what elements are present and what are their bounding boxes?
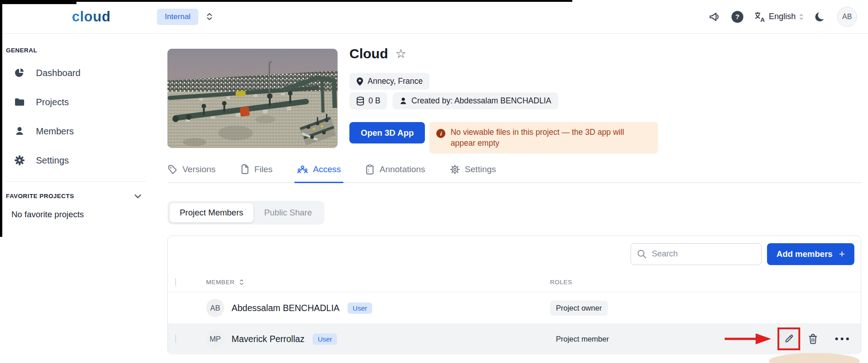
- sidebar-item-projects[interactable]: Projects: [0, 87, 152, 117]
- add-members-button[interactable]: Add members +: [767, 243, 854, 265]
- table-row-maverick[interactable]: MP Maverick Perrollaz User Project membe…: [168, 323, 861, 354]
- app-window: cloud Internal ? A English: [0, 0, 868, 363]
- sidebar-item-label: Projects: [36, 97, 69, 107]
- avatar: AB: [206, 299, 224, 317]
- warning-text: No viewable files in this project — the …: [450, 127, 650, 148]
- project-thumbnail: [167, 49, 338, 148]
- tag-icon: [167, 164, 177, 174]
- chevron-down-icon: [134, 194, 141, 199]
- plus-icon: +: [839, 249, 845, 259]
- sidebar-section-favorites[interactable]: FAVORITE PROJECTS: [6, 193, 141, 199]
- floating-widget-peek[interactable]: [769, 353, 860, 363]
- member-name: Maverick Perrollaz: [232, 334, 304, 344]
- sidebar-item-members[interactable]: Members: [0, 117, 152, 146]
- people-icon: [297, 164, 308, 174]
- favorites-empty-text: No favorite projects: [11, 210, 152, 220]
- tab-label: Settings: [465, 164, 496, 174]
- members-toolbar: Add members +: [168, 236, 861, 272]
- role-badge: Project owner: [550, 301, 608, 316]
- search-box: [631, 243, 762, 265]
- help-icon[interactable]: ?: [732, 11, 743, 23]
- folder-icon: [14, 97, 25, 107]
- sidebar-section-general: GENERAL: [6, 47, 146, 54]
- sort-icon[interactable]: [239, 279, 244, 285]
- location-chip: Annecy, France: [349, 73, 429, 90]
- dark-mode-icon[interactable]: [814, 11, 826, 23]
- sidebar-divider: [6, 181, 146, 182]
- info-icon: i: [436, 129, 445, 138]
- database-icon: [356, 97, 364, 106]
- add-members-label: Add members: [777, 249, 833, 259]
- person-icon: [399, 97, 407, 105]
- created-by-chip: Created by: Abdessalam BENCHADLIA: [393, 92, 558, 109]
- more-options-button[interactable]: [835, 337, 849, 340]
- subtab-project-members[interactable]: Project Members: [169, 203, 254, 223]
- no-files-warning: i No viewable files in this project — th…: [429, 122, 658, 153]
- file-icon: [240, 164, 249, 174]
- gear-icon: [14, 155, 25, 166]
- tab-files[interactable]: Files: [240, 164, 273, 174]
- annotation-arrow-icon: [724, 332, 772, 345]
- storage-label: 0 B: [368, 96, 380, 106]
- pencil-icon: [784, 334, 794, 344]
- tab-access[interactable]: Access: [297, 164, 341, 174]
- workspace-badge[interactable]: Internal: [157, 9, 198, 25]
- member-name: Abdessalam BENCHADLIA: [232, 303, 339, 313]
- tab-settings[interactable]: Settings: [450, 164, 496, 174]
- members-card: Add members + MEMBER ROLES: [167, 235, 861, 354]
- tab-annotations[interactable]: Annotations: [365, 164, 425, 174]
- tab-versions[interactable]: Versions: [167, 164, 216, 174]
- announcements-icon[interactable]: [709, 11, 721, 22]
- top-bar: cloud Internal ? A English: [0, 0, 868, 34]
- open-3d-app-button[interactable]: Open 3D App: [349, 122, 425, 143]
- sidebar-item-dashboard[interactable]: Dashboard: [0, 58, 152, 87]
- project-tabs: Versions Files Access: [167, 164, 861, 183]
- main-content: Cloud ☆ Annecy, France 0 B Created by: A…: [152, 33, 868, 363]
- member-type-badge: User: [313, 333, 337, 345]
- sidebar-item-label: Members: [36, 126, 74, 137]
- pie-chart-icon: [14, 67, 25, 78]
- access-subtabs: Project Members Public Share: [167, 201, 324, 225]
- project-title: Cloud: [349, 46, 388, 61]
- window-edge-corner: [0, 0, 76, 4]
- language-selector[interactable]: A English: [754, 11, 803, 22]
- sidebar: GENERAL Dashboard Projects Members: [0, 33, 153, 363]
- storage-chip: 0 B: [349, 92, 387, 109]
- search-icon: [637, 249, 647, 259]
- members-table-header: MEMBER ROLES: [168, 272, 861, 292]
- column-roles: ROLES: [550, 279, 854, 286]
- tab-label: Versions: [182, 164, 216, 174]
- row-checkbox[interactable]: [175, 334, 176, 343]
- edit-member-button[interactable]: [777, 327, 800, 350]
- trash-icon: [808, 333, 818, 344]
- workspace-selector-icon[interactable]: [207, 13, 212, 20]
- member-type-badge: User: [348, 302, 372, 314]
- tab-label: Annotations: [379, 164, 425, 174]
- translate-icon: A: [754, 11, 765, 22]
- tab-label: Access: [313, 164, 341, 174]
- clipboard-icon: [365, 164, 374, 174]
- header-actions: ? A English AB: [709, 7, 857, 27]
- user-avatar[interactable]: AB: [837, 7, 857, 27]
- app-logo[interactable]: cloud: [72, 9, 111, 25]
- delete-member-button[interactable]: [808, 333, 818, 344]
- person-icon: [14, 126, 25, 137]
- language-label: English: [769, 12, 796, 21]
- window-edge-top: [0, 0, 572, 2]
- sidebar-item-settings[interactable]: Settings: [0, 146, 152, 175]
- created-by-label: Created by: Abdessalam BENCHADLIA: [411, 96, 551, 106]
- gear-icon: [450, 164, 460, 174]
- svg-text:A: A: [760, 16, 765, 22]
- sidebar-item-label: Settings: [36, 155, 69, 166]
- subtab-public-share[interactable]: Public Share: [254, 203, 323, 223]
- location-label: Annecy, France: [368, 77, 423, 86]
- sidebar-item-label: Dashboard: [36, 68, 81, 78]
- table-row-abdessalam[interactable]: AB Abdessalam BENCHADLIA User Project ow…: [168, 292, 861, 323]
- search-input[interactable]: [631, 243, 762, 265]
- favorite-star-icon[interactable]: ☆: [395, 48, 406, 60]
- select-all-checkbox[interactable]: [175, 278, 176, 286]
- row-actions: [724, 327, 854, 350]
- column-member: MEMBER: [206, 279, 235, 286]
- location-pin-icon: [356, 77, 363, 86]
- favorites-label: FAVORITE PROJECTS: [6, 193, 74, 199]
